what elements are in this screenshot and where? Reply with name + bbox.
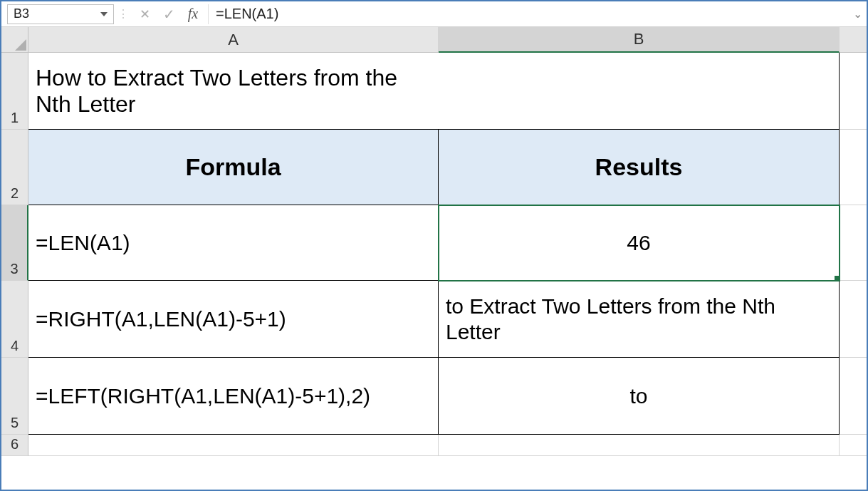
cell-b2[interactable]: Results: [439, 130, 840, 205]
cell-a2[interactable]: Formula: [28, 130, 439, 205]
column-header-b[interactable]: B: [439, 27, 840, 53]
cell-b1-merged[interactable]: [439, 53, 840, 130]
row-6: [28, 435, 868, 456]
name-box[interactable]: B3: [7, 4, 114, 24]
row-4: =RIGHT(A1,LEN(A1)-5+1) to Extract Two Le…: [28, 281, 868, 358]
formula-input[interactable]: [208, 4, 851, 24]
cell-a1[interactable]: How to Extract Two Letters from the Nth …: [28, 53, 439, 130]
select-all-corner[interactable]: [1, 27, 28, 53]
cancel-icon[interactable]: [132, 4, 157, 24]
row-header-4[interactable]: 4: [1, 281, 28, 358]
cell-a6[interactable]: [28, 435, 439, 456]
cell-a5[interactable]: =LEFT(RIGHT(A1,LEN(A1)-5+1),2): [28, 358, 439, 435]
cell-a3[interactable]: =LEN(A1): [28, 205, 439, 281]
cell-b6[interactable]: [439, 435, 840, 456]
enter-icon[interactable]: [157, 4, 181, 24]
formula-bar: B3 ⋮ fx ⌄: [1, 1, 867, 27]
row-3: =LEN(A1) 46: [28, 205, 868, 281]
row-headers: 1 2 3 4 5 6: [1, 53, 28, 456]
row-header-6[interactable]: 6: [1, 435, 28, 456]
row-header-2[interactable]: 2: [1, 130, 28, 205]
cell-blank-4[interactable]: [840, 281, 868, 358]
row-1: How to Extract Two Letters from the Nth …: [28, 53, 868, 130]
spreadsheet-grid: 1 2 3 4 5 6 A B How to Extract Two Lette…: [1, 27, 867, 490]
cell-blank-2[interactable]: [840, 130, 868, 205]
column-header-a[interactable]: A: [28, 27, 439, 53]
row-2: Formula Results: [28, 130, 868, 205]
separator-icon: ⋮: [120, 5, 127, 24]
cell-blank-5[interactable]: [840, 358, 868, 435]
left-gutter: 1 2 3 4 5 6: [1, 27, 28, 490]
expand-formula-bar-icon[interactable]: ⌄: [851, 4, 864, 24]
name-box-value: B3: [14, 6, 100, 21]
grid-main: A B How to Extract Two Letters from the …: [28, 27, 868, 490]
row-5: =LEFT(RIGHT(A1,LEN(A1)-5+1),2) to: [28, 358, 868, 435]
grid-body: How to Extract Two Letters from the Nth …: [28, 53, 868, 456]
cell-b5[interactable]: to: [439, 358, 840, 435]
row-header-3[interactable]: 3: [1, 205, 28, 281]
row-header-1[interactable]: 1: [1, 53, 28, 130]
chevron-down-icon[interactable]: [100, 12, 108, 16]
column-headers: A B: [28, 27, 868, 53]
cell-blank-3[interactable]: [840, 205, 868, 281]
cell-blank-6[interactable]: [840, 435, 868, 456]
cell-blank-1[interactable]: [840, 53, 868, 130]
column-header-blank[interactable]: [840, 27, 868, 53]
cell-b4[interactable]: to Extract Two Letters from the Nth Lett…: [439, 281, 840, 358]
row-header-5[interactable]: 5: [1, 358, 28, 435]
cell-b3[interactable]: 46: [439, 205, 840, 281]
fx-icon[interactable]: fx: [181, 4, 205, 24]
cell-a4[interactable]: =RIGHT(A1,LEN(A1)-5+1): [28, 281, 439, 358]
